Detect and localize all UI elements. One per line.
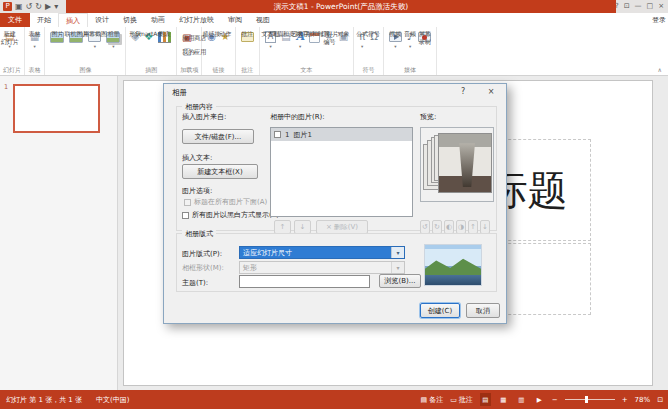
slide-thumbnail[interactable] bbox=[13, 84, 100, 133]
normal-view-button[interactable]: ▤ bbox=[480, 393, 491, 406]
black-white-checkbox[interactable]: 所有图片以黑白方式显示(K) bbox=[182, 210, 279, 220]
ribbon-button-屏幕截图[interactable]: 屏幕截图▾ bbox=[86, 29, 103, 50]
create-button[interactable]: 创建(C) bbox=[420, 303, 460, 318]
frame-shape-select: 矩形 ▾ bbox=[239, 261, 405, 274]
browse-button[interactable]: 浏览(B)... bbox=[379, 274, 421, 288]
checkbox-icon[interactable] bbox=[274, 131, 281, 138]
slide-sorter-view-button[interactable]: ▦ bbox=[498, 393, 509, 406]
minimize-button[interactable]: — bbox=[635, 0, 642, 13]
tab-切换[interactable]: 切换 bbox=[116, 13, 144, 27]
ribbon-group-幻灯片: ▤新建 幻灯片▾幻灯片 bbox=[0, 27, 25, 75]
dropdown-arrow-icon: ▾ bbox=[299, 45, 301, 49]
picture-index: 1 bbox=[285, 131, 289, 139]
ribbon-button-我的应用[interactable]: ▢我的应用▾ bbox=[180, 47, 198, 57]
picture-layout-select[interactable]: 适应幻灯片尺寸 ▾ bbox=[239, 246, 405, 259]
ribbon-button-图表[interactable]: 图表 bbox=[156, 29, 173, 45]
ribbon-group-label: 加载项 bbox=[180, 65, 198, 75]
picture-layout-label: 图片版式(P): bbox=[182, 249, 222, 259]
slideshow-view-button[interactable]: ▶ bbox=[534, 393, 545, 406]
zoom-out-button[interactable]: − bbox=[552, 396, 558, 404]
reading-view-button[interactable]: ▥ bbox=[516, 393, 527, 406]
ribbon-group-label: 媒体 bbox=[387, 65, 433, 75]
ribbon-group-文本: A文本框▾▤页眉和页脚A艺术字▾日期和时间#幻灯片 编号▣对象文本 bbox=[260, 27, 354, 75]
ribbon-group-label: 批注 bbox=[239, 65, 256, 75]
frame-shape-value: 矩形 bbox=[240, 263, 391, 273]
undo-icon[interactable]: ↺ bbox=[26, 0, 33, 13]
tab-开始[interactable]: 开始 bbox=[30, 13, 58, 27]
ribbon-button-新建幻灯片[interactable]: ▤新建 幻灯片▾ bbox=[3, 29, 16, 50]
album-pictures-list[interactable]: 1图片1 bbox=[270, 127, 413, 217]
collapse-ribbon-icon[interactable]: ∧ bbox=[658, 66, 662, 73]
new-textbox-button[interactable]: 新建文本框(X) bbox=[182, 164, 258, 179]
ribbon-button-幻灯片编号[interactable]: #幻灯片 编号 bbox=[323, 29, 335, 45]
ribbon-group-加载项: ▣应用商店▢我的应用▾加载项 bbox=[177, 27, 202, 75]
ribbon-button-视频[interactable]: 视频▾ bbox=[387, 29, 404, 50]
close-button[interactable]: × bbox=[658, 0, 664, 13]
tab-设计[interactable]: 设计 bbox=[88, 13, 116, 27]
notes-button[interactable]: ▤备注 bbox=[421, 395, 444, 405]
ribbon-button-相册[interactable]: 相册▾ bbox=[104, 29, 122, 50]
dropdown-arrow-icon: ▾ bbox=[112, 45, 114, 49]
sign-in-link[interactable]: 登录 bbox=[652, 13, 668, 27]
tab-插入[interactable]: 插入 bbox=[58, 13, 88, 27]
album-picture-row[interactable]: 1图片1 bbox=[271, 128, 412, 141]
tab-幻灯片放映[interactable]: 幻灯片放映 bbox=[172, 13, 221, 27]
slide-counter: 幻灯片 第 1 张，共 1 张 bbox=[6, 395, 82, 405]
preview-box bbox=[420, 127, 494, 202]
tab-视图[interactable]: 视图 bbox=[249, 13, 277, 27]
cancel-button[interactable]: 取消 bbox=[466, 303, 500, 318]
decrease-brightness-icon: ↓ bbox=[480, 220, 490, 234]
ribbon-group-label: 图像 bbox=[48, 65, 122, 75]
ribbon-button-公式[interactable]: π公式▾ bbox=[357, 29, 367, 50]
comments-button[interactable]: ▭批注 bbox=[450, 395, 473, 405]
captions-below-checkbox: 标题在所有图片下面(A) bbox=[184, 197, 267, 207]
zoom-in-button[interactable]: + bbox=[622, 396, 628, 404]
file-disk-button[interactable]: 文件/磁盘(F)... bbox=[182, 129, 254, 144]
theme-input[interactable] bbox=[239, 275, 370, 288]
insert-text-label: 插入文本: bbox=[182, 153, 212, 163]
zoom-level[interactable]: 78% bbox=[635, 396, 651, 404]
quick-access-toolbar: P▣↺↻▶▾ bbox=[0, 0, 66, 13]
thumbnail-slide-number: 1 bbox=[4, 83, 8, 91]
ribbon-button-超链接[interactable]: ◉超链接 bbox=[205, 29, 218, 45]
language-indicator[interactable]: 中文(中国) bbox=[96, 395, 129, 405]
help-button[interactable]: ? bbox=[615, 0, 619, 13]
ribbon-button-音频[interactable]: ♪音频▾ bbox=[405, 29, 415, 50]
dialog-help-button[interactable]: ? bbox=[454, 87, 472, 96]
ribbon-group-表格: ▦表格▾表格 bbox=[25, 27, 45, 75]
ribbon-group-label: 表格 bbox=[28, 65, 41, 75]
tab-审阅[interactable]: 审阅 bbox=[221, 13, 249, 27]
ribbon-group-label: 插图 bbox=[129, 65, 173, 75]
decrease-contrast-icon: ◑ bbox=[456, 220, 466, 234]
album-layout-group: 相册版式 图片版式(P): 适应幻灯片尺寸 ▾ 相框形状(M): 矩形 ▾ 主题… bbox=[176, 233, 497, 292]
tab-file[interactable]: 文件 bbox=[0, 13, 30, 27]
ribbon-button-屏幕录制[interactable]: 屏幕 录制 bbox=[416, 29, 433, 45]
fit-to-window-button[interactable]: ⊡ bbox=[657, 396, 663, 404]
checkbox-icon bbox=[182, 212, 189, 219]
save-icon[interactable]: ▣ bbox=[15, 0, 23, 13]
ribbon-button-应用商店[interactable]: ▣应用商店 bbox=[180, 33, 198, 43]
maximize-button[interactable]: □ bbox=[647, 0, 654, 13]
ribbon-button-动作[interactable]: ★动作 bbox=[219, 29, 232, 45]
window-controls: ?⊡—□× bbox=[616, 0, 668, 13]
dialog-title: 相册 bbox=[164, 88, 187, 98]
ribbon-group-label: 链接 bbox=[205, 65, 232, 75]
dialog-title-bar[interactable]: 相册 ? × bbox=[164, 84, 506, 102]
dialog-close-button[interactable]: × bbox=[482, 87, 500, 96]
ribbon-button-对象[interactable]: ▣对象 bbox=[337, 29, 350, 45]
redo-icon[interactable]: ↻ bbox=[35, 0, 42, 13]
ribbon-button-SmartArt[interactable]: ❖SmartArt bbox=[142, 29, 155, 45]
zoom-slider-thumb[interactable] bbox=[585, 396, 588, 403]
notes-label: 备注 bbox=[429, 395, 443, 405]
tab-动画[interactable]: 动画 bbox=[144, 13, 172, 27]
ribbon-button-符号[interactable]: Ω符号 bbox=[368, 29, 380, 45]
customize-qat-icon[interactable]: ▾ bbox=[54, 0, 58, 13]
frame-shape-label: 相框形状(M): bbox=[182, 263, 224, 273]
ribbon-button-表格[interactable]: ▦表格▾ bbox=[28, 29, 41, 50]
zoom-slider[interactable] bbox=[565, 399, 615, 400]
ribbon-button-批注[interactable]: 批注 bbox=[239, 29, 256, 45]
picture-options-label: 图片选项: bbox=[182, 186, 212, 196]
ribbon-display-options-button[interactable]: ⊡ bbox=[624, 0, 630, 13]
start-slideshow-icon[interactable]: ▶ bbox=[45, 0, 51, 13]
album-content-group: 相册内容 插入图片来自: 文件/磁盘(F)... 插入文本: 新建文本框(X) … bbox=[176, 106, 497, 231]
